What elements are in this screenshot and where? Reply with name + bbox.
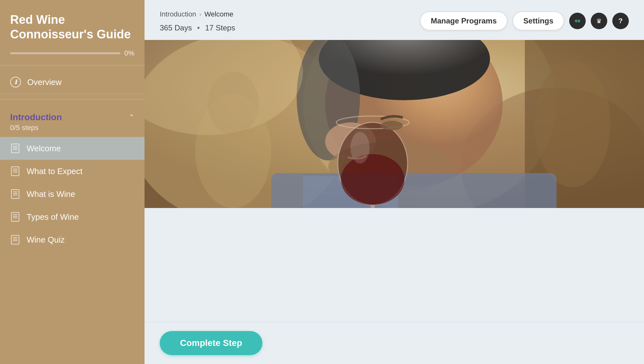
progress-bar-container: 0% [0,49,145,60]
complete-step-button[interactable]: Complete Step [160,331,262,355]
arrows-icon-button[interactable]: ⇔ [569,13,586,29]
sidebar-item-what-to-expect[interactable]: What to Expect [0,160,145,183]
nav-label-types-of-wine: Types of Wine [27,212,79,222]
breadcrumb-section: Introduction [160,10,196,18]
sidebar-nav: ℹ Overview Introduction ⌃ 0/5 steps Welc… [0,70,145,364]
help-icon: ? [618,17,622,25]
course-steps: 17 Steps [205,23,235,32]
meta-dot: • [197,23,200,32]
arrows-lr-icon: ⇔ [575,17,580,25]
settings-button[interactable]: Settings [512,11,564,30]
nav-label-welcome: Welcome [27,144,61,153]
wine-image-svg [145,40,644,208]
sidebar-item-wine-quiz[interactable]: Wine Quiz [0,228,145,251]
main-header: Introduction › Welcome 365 Days • 17 Ste… [145,0,644,40]
main-content: Introduction › Welcome 365 Days • 17 Ste… [145,0,644,364]
svg-point-21 [208,72,259,135]
bottom-bar: Complete Step [145,322,644,364]
course-days: 365 Days [160,23,192,32]
svg-rect-17 [371,205,375,208]
breadcrumb-area: Introduction › Welcome 365 Days • 17 Ste… [160,10,235,32]
svg-point-18 [381,121,403,130]
crown-icon: ♛ [596,17,602,25]
crown-icon-button[interactable]: ♛ [591,13,607,29]
chevron-up-icon: ⌃ [129,113,134,121]
info-icon: ℹ [10,77,21,88]
overview-label: Overview [27,77,61,87]
content-area [145,40,644,322]
section-steps: 0/5 steps [0,124,145,137]
section-header-introduction[interactable]: Introduction ⌃ [0,105,145,124]
sidebar-item-welcome[interactable]: Welcome [0,137,145,160]
doc-icon-wine-quiz [10,235,20,245]
progress-percent: 0% [124,49,134,57]
sidebar-item-overview[interactable]: ℹ Overview [0,70,145,94]
wine-photo [145,40,644,208]
doc-icon-welcome [10,143,20,153]
section-title: Introduction [10,112,62,122]
course-title: Red Wine Connoisseur's Guide [0,0,145,49]
sidebar-item-what-is-wine[interactable]: What is Wine [0,183,145,205]
breadcrumb-page: Welcome [204,10,233,18]
doc-icon-what-is-wine [10,189,20,199]
sidebar-divider-mid [0,99,145,100]
manage-programs-button[interactable]: Manage Programs [420,11,507,30]
sidebar: Red Wine Connoisseur's Guide 0% ℹ Overvi… [0,0,145,364]
sidebar-divider-top [0,65,145,65]
nav-label-what-to-expect: What to Expect [27,166,82,176]
nav-label-wine-quiz: Wine Quiz [27,235,65,245]
help-icon-button[interactable]: ? [612,13,629,29]
doc-icon-what-to-expect [10,166,20,176]
breadcrumb-separator: › [199,11,201,18]
header-actions: Manage Programs Settings ⇔ ♛ ? [420,11,629,30]
nav-label-what-is-wine: What is Wine [27,189,75,199]
breadcrumb: Introduction › Welcome [160,10,235,18]
svg-point-5 [534,61,610,187]
sidebar-item-types-of-wine[interactable]: Types of Wine [0,205,145,228]
course-meta: 365 Days • 17 Steps [160,23,235,32]
progress-bar-track [10,52,120,54]
doc-icon-types-of-wine [10,212,20,222]
svg-point-14 [341,154,404,205]
